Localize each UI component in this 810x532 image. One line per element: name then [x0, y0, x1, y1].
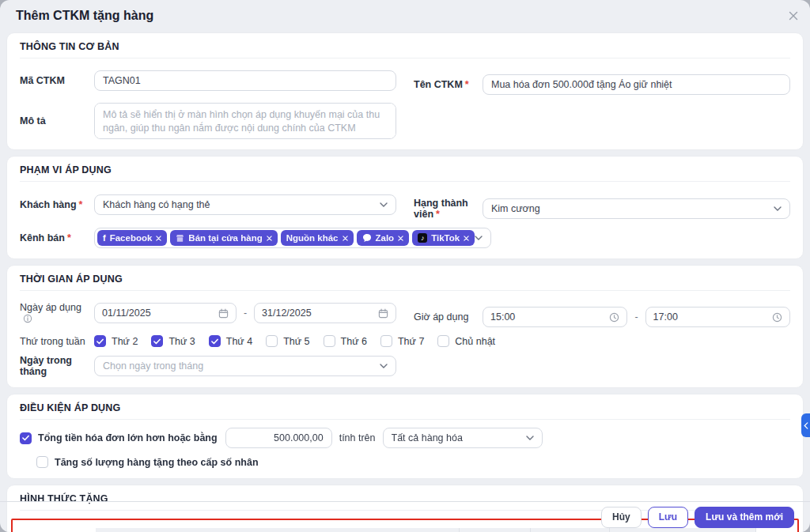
ngay-ap-dung-label: Ngày áp dụng — [20, 302, 94, 324]
remove-tag-icon[interactable] — [464, 236, 469, 241]
tinh-tren-label: tính trên — [339, 432, 376, 443]
scope-title: PHẠM VI ÁP DỤNG — [20, 164, 790, 182]
tag-facebook[interactable]: f Facebook — [97, 230, 167, 246]
ten-ctkm-label: Tên CTKM* — [414, 79, 483, 90]
ma-ctkm-label: Mã CTKM — [20, 75, 94, 86]
dialog-footer: Hủy Lưu Lưu và thêm mới — [0, 501, 810, 532]
checkbox-icon[interactable] — [380, 335, 392, 347]
kenh-ban-multiselect[interactable]: f Facebook Bán tại cửa hàng Nguồn khác — [94, 228, 491, 248]
clock-icon — [772, 312, 782, 323]
remove-tag-icon[interactable] — [398, 236, 403, 241]
checkbox-icon[interactable] — [437, 335, 449, 347]
multiplier-label: Tăng số lượng hàng tặng theo cấp số nhân — [55, 457, 259, 468]
save-and-new-button[interactable]: Lưu và thêm mới — [695, 507, 794, 528]
checkbox-icon[interactable] — [324, 335, 335, 347]
cancel-button[interactable]: Hủy — [601, 507, 642, 528]
zalo-icon — [362, 233, 372, 243]
min-total-label: Tổng tiền hóa đơn lớn hơn hoặc bằng — [38, 432, 218, 443]
day-checkbox-thu3[interactable]: Thứ 3 — [151, 335, 195, 347]
date-to-input[interactable]: 31/12/2025 — [254, 303, 396, 323]
khach-hang-label: Khách hàng* — [20, 199, 94, 210]
chevron-down-icon — [475, 236, 483, 240]
chevron-down-icon — [526, 436, 534, 440]
side-panel-collapse-handle[interactable] — [801, 413, 810, 437]
hang-thanh-vien-select[interactable]: Kim cương — [483, 198, 790, 219]
day-checkbox-thu6[interactable]: Thứ 6 — [324, 335, 367, 347]
hang-thanh-vien-label: Hạng thành viên* — [414, 198, 483, 220]
remove-tag-icon[interactable] — [156, 236, 161, 241]
dialog-body: THÔNG TIN CƠ BẢN Mã CTKM Tên CTKM* Mô tả — [0, 32, 810, 532]
basic-info-title: THÔNG TIN CƠ BẢN — [20, 41, 790, 58]
dialog-header: Thêm CTKM tặng hàng — [0, 0, 810, 32]
info-icon[interactable] — [23, 314, 32, 323]
dialog-title: Thêm CTKM tặng hàng — [16, 9, 153, 23]
checkbox-checked-icon[interactable] — [94, 335, 106, 347]
close-icon[interactable] — [787, 9, 800, 22]
time-from-input[interactable]: 15:00 — [483, 307, 627, 327]
add-promotion-dialog: Thêm CTKM tặng hàng THÔNG TIN CƠ BẢN Mã … — [0, 0, 810, 532]
chevron-down-icon — [774, 206, 782, 211]
ngay-trong-thang-select[interactable]: Chọn ngày trong tháng — [94, 356, 396, 376]
chevron-down-icon — [380, 202, 388, 207]
calendar-icon — [218, 308, 229, 319]
calendar-icon — [378, 308, 388, 319]
ngay-trong-thang-label: Ngày trong tháng — [20, 355, 94, 377]
time-to-input[interactable]: 17:00 — [645, 307, 790, 327]
facebook-icon: f — [103, 233, 106, 243]
min-total-checkbox[interactable] — [20, 432, 32, 444]
tag-tiktok[interactable]: ♪ TikTok — [412, 230, 475, 246]
tag-nguon-khac[interactable]: Nguồn khác — [281, 230, 354, 246]
remove-tag-icon[interactable] — [267, 236, 272, 241]
checkbox-checked-icon[interactable] — [209, 335, 221, 347]
gio-ap-dung-label: Giờ áp dụng — [414, 311, 483, 323]
store-icon — [176, 234, 184, 243]
checkbox-icon[interactable] — [266, 335, 278, 347]
clock-icon — [609, 312, 619, 323]
chevron-down-icon — [380, 364, 388, 368]
mo-ta-label: Mô tả — [20, 115, 94, 126]
checkbox-checked-icon[interactable] — [151, 335, 163, 347]
tag-zalo[interactable]: Zalo — [357, 230, 410, 246]
mo-ta-textarea[interactable] — [94, 103, 396, 139]
ten-ctkm-input[interactable] — [483, 74, 790, 95]
multiplier-checkbox[interactable] — [36, 456, 48, 468]
save-button[interactable]: Lưu — [648, 507, 688, 528]
date-from-input[interactable]: 01/11/2025 — [94, 303, 237, 323]
day-checkbox-thu7[interactable]: Thứ 7 — [380, 335, 424, 347]
tag-ban-tai-cua-hang[interactable]: Bán tại cửa hàng — [170, 230, 277, 246]
range-separator: - — [634, 311, 638, 323]
day-checkbox-thu4[interactable]: Thứ 4 — [209, 335, 252, 347]
tiktok-icon: ♪ — [418, 233, 427, 243]
kenh-ban-label: Kênh bán* — [20, 232, 94, 243]
day-checkbox-thu2[interactable]: Thứ 2 — [94, 335, 138, 347]
tinh-tren-select[interactable]: Tất cả hàng hóa — [383, 428, 543, 448]
day-checkbox-chunhat[interactable]: Chủ nhật — [437, 335, 495, 347]
khach-hang-select[interactable]: Khách hàng có hạng thẻ — [94, 194, 396, 215]
ma-ctkm-input[interactable] — [94, 70, 396, 91]
section-basic-info: THÔNG TIN CƠ BẢN Mã CTKM Tên CTKM* Mô tả — [6, 32, 804, 150]
thu-trong-tuan-label: Thứ trong tuần — [20, 336, 94, 347]
conditions-title: ĐIỀU KIỆN ÁP DỤNG — [20, 402, 790, 420]
range-separator: - — [244, 308, 247, 319]
time-title: THỜI GIAN ÁP DỤNG — [20, 274, 790, 291]
section-conditions: ĐIỀU KIỆN ÁP DỤNG Tổng tiền hóa đơn lớn … — [6, 394, 804, 479]
min-total-input[interactable] — [225, 428, 332, 448]
chevron-left-icon — [804, 422, 808, 429]
section-time: THỜI GIAN ÁP DỤNG Ngày áp dụng 01/11/202… — [6, 265, 804, 388]
section-scope: PHẠM VI ÁP DỤNG Khách hàng* Khách hàng c… — [6, 156, 804, 259]
remove-tag-icon[interactable] — [343, 236, 348, 241]
day-checkbox-thu5[interactable]: Thứ 5 — [266, 335, 309, 347]
